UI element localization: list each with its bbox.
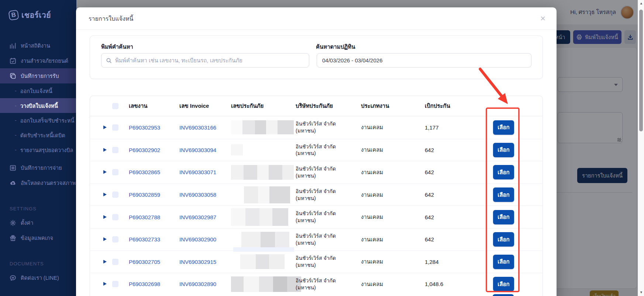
caret-right-icon — [103, 260, 107, 264]
select-button[interactable]: เลือก — [493, 277, 514, 291]
policy-number-redacted — [231, 165, 294, 180]
select-button[interactable]: เลือก — [493, 255, 514, 269]
search-icon — [106, 58, 112, 63]
sidebar: B เชอร์เวย์ หน้าสถิติงาน งานสำรวจภัยรถยน… — [0, 0, 76, 296]
select-button[interactable]: เลือก — [493, 210, 514, 224]
sidebar-subitem-receipt[interactable]: - ออกใบเสร็จ/รับชำระหนี้ — [0, 113, 76, 128]
gift-icon — [10, 235, 16, 241]
select-button[interactable]: เลือก — [493, 232, 514, 247]
scrollbar-up-arrow[interactable]: ▲ — [640, 2, 643, 5]
invoice-table-card: เลขงาน เลข Invoice เลขประกันภัย บริษัทปร… — [90, 96, 543, 296]
sidebar-item-receive[interactable]: บันทึกรายการรับ — [0, 68, 76, 83]
job-number-link[interactable]: P690302953 — [129, 124, 179, 131]
scrollbar-down-arrow[interactable]: ▼ — [640, 291, 643, 294]
header-job-type: ประเภทงาน — [361, 101, 425, 110]
sidebar-item-pay[interactable]: บันทึกรายการจ่าย — [0, 160, 76, 175]
row-checkbox[interactable] — [112, 236, 118, 242]
table-row: P690302953 INV690303166 อินชัวร์เวิร์ส จ… — [90, 116, 543, 139]
caret-right-icon — [103, 148, 107, 152]
date-range-input[interactable] — [317, 53, 531, 68]
job-type-cell: งานเคลม — [361, 280, 425, 289]
table-header-row: เลขงาน เลข Invoice เลขประกันภัย บริษัทปร… — [90, 96, 543, 116]
job-type-cell: งานเคลม — [361, 190, 425, 199]
policy-number-redacted — [244, 186, 290, 203]
job-type-cell: งานเคลม — [361, 123, 425, 132]
select-button[interactable]: เลือก — [493, 187, 514, 202]
search-input[interactable] — [115, 57, 304, 63]
invoice-number-link[interactable]: INV690302900 — [179, 236, 231, 242]
job-number-link[interactable]: P690302788 — [129, 214, 179, 220]
expand-row-button[interactable] — [101, 213, 109, 221]
invoice-table-body: P690302953 INV690303166 อินชัวร์เวิร์ส จ… — [90, 116, 543, 295]
list-icon — [10, 165, 16, 171]
select-button[interactable]: เลือก — [493, 143, 514, 157]
invoice-number-link[interactable]: INV690303094 — [179, 147, 231, 153]
row-checkbox[interactable] — [112, 192, 118, 198]
select-button[interactable]: เลือก — [493, 165, 514, 179]
row-checkbox[interactable] — [112, 259, 118, 265]
bar-chart-icon — [10, 42, 16, 49]
header-invoice-number: เลข Invoice — [179, 101, 231, 110]
select-button-partial[interactable] — [493, 294, 514, 296]
expand-row-button[interactable] — [101, 191, 109, 199]
table-row: P690302698 INV690302890 อินชัวร์เวิร์ส จ… — [90, 273, 543, 295]
row-checkbox[interactable] — [112, 281, 118, 287]
header-job-number: เลขงาน — [129, 101, 179, 110]
invoice-number-link[interactable]: INV690302987 — [179, 214, 231, 220]
page-scrollbar[interactable]: ▲ ▼ — [638, 0, 644, 296]
invoice-number-link[interactable]: INV690303058 — [179, 192, 231, 198]
scrollbar-thumb[interactable] — [639, 10, 643, 131]
invoice-number-link[interactable]: INV690303071 — [179, 169, 231, 175]
caret-right-icon — [103, 282, 107, 286]
expand-row-button[interactable] — [101, 280, 109, 288]
job-number-link[interactable]: P690302705 — [129, 259, 179, 265]
job-number-link[interactable]: P690302859 — [129, 192, 179, 198]
invoice-number-link[interactable]: INV690302915 — [179, 259, 231, 265]
cloud-upload-icon — [10, 180, 16, 186]
claim-amount-cell: 1,177 — [425, 124, 476, 131]
invoice-number-link[interactable]: INV690303166 — [179, 124, 231, 131]
job-type-cell: งานเคลม — [361, 235, 425, 244]
sidebar-item-package[interactable]: ข้อมูลแพคเกจ — [0, 230, 76, 245]
caret-right-icon — [103, 170, 107, 174]
sidebar-subitem-debit[interactable]: - ตัดรับชำระหนี้เดบิต — [0, 128, 76, 142]
invoice-number-link[interactable]: INV690302890 — [179, 281, 231, 287]
job-number-link[interactable]: P690302902 — [129, 147, 179, 153]
sidebar-item-stats[interactable]: หน้าสถิติงาน — [0, 38, 76, 53]
job-type-cell: งานเคลม — [361, 168, 425, 177]
close-icon[interactable]: × — [540, 14, 545, 23]
brand-logo-text: เชอร์เวย์ — [21, 9, 51, 21]
gear-icon — [10, 220, 16, 226]
expand-row-button[interactable] — [101, 124, 109, 131]
expand-row-button[interactable] — [101, 146, 109, 154]
claim-amount-cell: 642 — [425, 214, 476, 220]
invoice-list-modal: รายการใบแจ้งหนี้ × พิมพ์คำค้นหา ค้นหาตาม… — [76, 7, 557, 296]
job-number-link[interactable]: P690302865 — [129, 169, 179, 175]
select-all-checkbox[interactable] — [112, 103, 118, 109]
row-checkbox[interactable] — [112, 147, 118, 153]
job-number-link[interactable]: P690302698 — [129, 281, 179, 287]
caret-right-icon — [103, 215, 107, 219]
sidebar-item-contact-line[interactable]: ติดต่อเรา (LINE) — [0, 270, 76, 285]
row-checkbox[interactable] — [112, 124, 118, 131]
sidebar-subitem-issue-invoice[interactable]: - ออกใบแจ้งหนี้ — [0, 83, 76, 98]
select-button[interactable]: เลือก — [493, 120, 514, 135]
expand-row-button[interactable] — [101, 258, 109, 265]
sidebar-subitem-billing[interactable]: - วางบิลใบแจ้งหนี้ — [0, 98, 76, 113]
insurance-company-cell: อินชัวร์เวิร์ส จำกัด (มหาชน) — [296, 165, 354, 179]
job-type-cell: งานเคลม — [361, 257, 425, 266]
sidebar-item-upload[interactable]: อัพโหลดงานตรวจสภาพ — [0, 175, 76, 190]
job-number-link[interactable]: P690302733 — [129, 236, 179, 242]
sidebar-subitem-summary[interactable]: - รายงานสรุปยอดวางบิล — [0, 142, 76, 157]
policy-number-redacted — [231, 144, 243, 155]
sidebar-item-settings[interactable]: ตั้งค่า — [0, 215, 76, 230]
expand-row-button[interactable] — [101, 169, 109, 176]
insurance-company-cell: อินชัวร์เวิร์ส จำกัด (มหาชน) — [296, 120, 354, 134]
row-checkbox[interactable] — [112, 214, 118, 220]
insurance-company-cell: อินชัวร์เวิร์ส จำกัด (มหาชน) — [296, 188, 354, 202]
caret-right-icon — [103, 193, 107, 196]
row-checkbox[interactable] — [112, 169, 118, 175]
insurance-company-cell: อินชัวร์เวิร์ส จำกัด (มหาชน) — [296, 210, 354, 224]
expand-row-button[interactable] — [101, 236, 109, 243]
sidebar-item-survey[interactable]: งานสำรวจภัยรถยนต์ — [0, 53, 76, 68]
